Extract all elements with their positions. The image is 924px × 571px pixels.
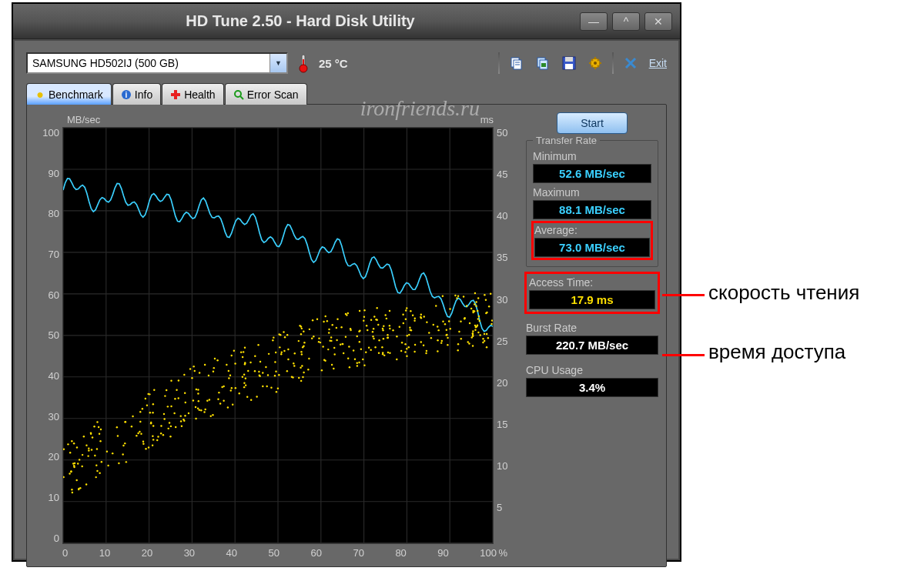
svg-point-340 [96,470,98,472]
svg-point-88 [389,352,390,353]
svg-point-380 [402,314,403,316]
svg-point-203 [266,386,267,387]
svg-point-195 [152,435,153,436]
svg-point-276 [137,432,139,434]
svg-point-461 [169,422,170,423]
chevron-down-icon[interactable]: ▼ [270,54,286,72]
svg-point-402 [277,388,279,389]
svg-point-220 [442,296,444,297]
svg-point-463 [76,446,78,448]
svg-point-179 [100,429,102,430]
options-icon[interactable] [586,54,604,72]
svg-point-184 [219,402,221,404]
svg-point-217 [353,349,354,351]
svg-point-246 [404,351,406,352]
svg-point-387 [146,405,148,406]
exit-link[interactable]: Exit [649,57,667,69]
svg-point-426 [234,362,236,364]
svg-point-305 [281,351,283,352]
svg-point-350 [458,331,460,332]
tab-benchmark[interactable]: ● Benchmark [26,83,112,105]
svg-point-360 [245,377,246,379]
svg-point-158 [96,421,98,422]
svg-point-244 [403,322,404,324]
svg-point-286 [460,320,461,322]
svg-point-474 [99,472,100,474]
svg-point-488 [472,345,474,346]
svg-point-443 [231,387,233,389]
svg-point-385 [298,377,300,379]
copy-screenshot-icon[interactable] [534,54,552,72]
svg-point-177 [116,426,118,428]
exit-icon[interactable] [621,54,640,72]
benchmark-panel: MB/sec ms 10090 8070 6050 4030 2010 0 [26,104,667,567]
svg-point-235 [479,334,480,336]
svg-point-257 [484,294,485,296]
svg-point-324 [163,418,165,419]
svg-point-370 [486,333,487,335]
svg-point-238 [420,341,422,342]
svg-point-319 [445,334,447,336]
svg-point-439 [349,366,350,368]
svg-point-422 [448,320,450,322]
svg-point-51 [257,344,259,346]
svg-point-361 [183,374,185,376]
svg-point-45 [362,359,363,360]
start-button[interactable]: Start [557,112,628,134]
svg-point-67 [389,325,390,326]
svg-point-308 [350,329,351,331]
svg-point-485 [318,341,320,342]
tab-health[interactable]: Health [162,83,223,105]
x-axis: 010 2030 4050 6070 8090 100 % [35,544,515,559]
svg-point-291 [160,432,162,434]
svg-point-222 [482,342,484,343]
svg-point-108 [174,398,176,399]
svg-point-264 [477,318,479,319]
svg-point-312 [307,369,309,370]
svg-point-103 [382,329,383,331]
svg-point-366 [77,462,79,464]
svg-point-432 [242,356,243,358]
svg-point-449 [142,408,143,409]
svg-point-70 [468,342,470,344]
svg-point-267 [301,328,303,329]
svg-point-183 [139,421,141,422]
tab-info[interactable]: i Info [112,83,161,105]
svg-point-86 [136,435,137,436]
minimize-button[interactable]: — [580,12,608,31]
svg-point-254 [218,392,219,393]
svg-point-336 [152,403,154,405]
svg-point-169 [274,361,276,362]
svg-point-303 [437,326,438,327]
svg-point-198 [312,319,313,321]
svg-point-486 [327,349,329,350]
restore-button[interactable]: ^ [612,12,640,31]
access-time-block: Access Time: 17.9 ms [526,273,658,312]
svg-point-473 [383,355,385,356]
svg-point-295 [270,387,272,389]
close-button[interactable]: ✕ [644,12,672,31]
svg-point-156 [383,338,384,339]
svg-point-293 [331,364,333,366]
svg-point-490 [367,329,368,331]
burst-rate-label: Burst Rate [526,322,658,334]
tab-error-scan[interactable]: Error Scan [225,83,307,105]
svg-point-475 [330,340,332,342]
svg-point-315 [139,431,140,432]
svg-point-373 [243,351,244,352]
svg-point-275 [370,349,371,350]
drive-select[interactable]: SAMSUNG HD502IJ (500 GB) ▼ [26,52,288,74]
y-right-label: ms [480,114,494,125]
svg-point-341 [491,319,493,321]
svg-point-282 [191,377,192,379]
svg-point-104 [396,336,397,337]
svg-point-414 [228,377,229,379]
svg-point-178 [142,441,144,442]
svg-point-52 [449,308,450,309]
copy-text-icon[interactable] [507,54,526,72]
save-icon[interactable] [560,54,578,72]
svg-point-494 [286,334,288,336]
svg-point-50 [308,358,310,359]
svg-point-210 [472,330,474,332]
svg-point-381 [486,346,487,348]
